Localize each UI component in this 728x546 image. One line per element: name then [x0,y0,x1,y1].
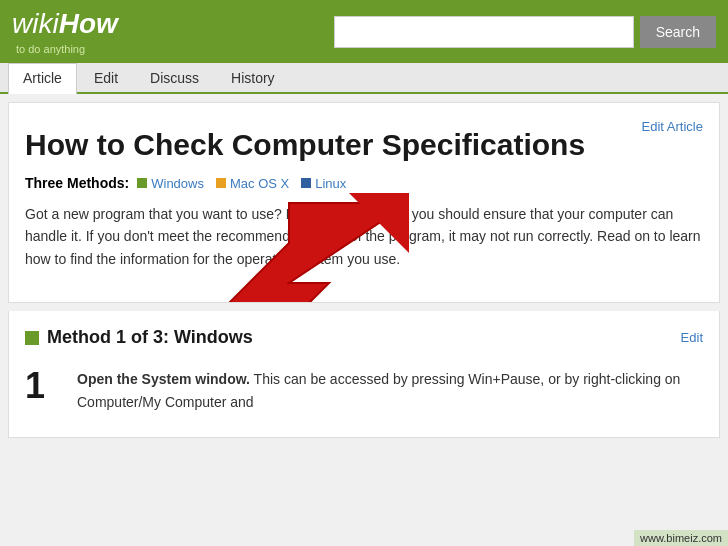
logo-wiki: wiki [12,8,59,40]
tab-article[interactable]: Article [8,63,77,94]
methods-bar: Three Methods: Windows Mac OS X Linux [25,175,703,191]
step-text: Open the System window. This can be acce… [77,368,703,413]
method-square-icon [25,331,39,345]
search-area: Search [334,16,716,48]
method-edit-link[interactable]: Edit [681,330,703,345]
method-dot-macosx [216,178,226,188]
search-input[interactable] [334,16,634,48]
article-content: Edit Article How to Check Computer Speci… [8,102,720,303]
step-1: 1 Open the System window. This can be ac… [25,360,703,421]
method-tag-macosx[interactable]: Mac OS X [216,176,289,191]
methods-label: Three Methods: [25,175,129,191]
step-number: 1 [25,368,65,404]
method-dot-linux [301,178,311,188]
method-label-macosx: Mac OS X [230,176,289,191]
method-dot-windows [137,178,147,188]
method-label-linux: Linux [315,176,346,191]
article-intro: Got a new program that you want to use? … [25,203,703,270]
method-header: Method 1 of 3: Windows Edit [25,327,703,348]
method-section: Method 1 of 3: Windows Edit 1 Open the S… [8,311,720,438]
logo-subtitle: to do anything [16,44,118,55]
method-title-area: Method 1 of 3: Windows [25,327,253,348]
search-button[interactable]: Search [640,16,716,48]
site-header: wikiHow to do anything Search [0,0,728,63]
tab-discuss[interactable]: Discuss [135,63,214,92]
logo[interactable]: wikiHow to do anything [12,8,118,55]
step-title: Open the System window. [77,371,250,387]
nav-tabs: Article Edit Discuss History [0,63,728,94]
method-tag-linux[interactable]: Linux [301,176,346,191]
article-title: How to Check Computer Specifications [25,127,703,163]
tab-history[interactable]: History [216,63,290,92]
method-label-windows: Windows [151,176,204,191]
edit-article-link[interactable]: Edit Article [642,119,703,134]
method-tag-windows[interactable]: Windows [137,176,204,191]
tab-edit[interactable]: Edit [79,63,133,92]
logo-how: How [59,8,118,40]
method-title: Method 1 of 3: Windows [47,327,253,348]
